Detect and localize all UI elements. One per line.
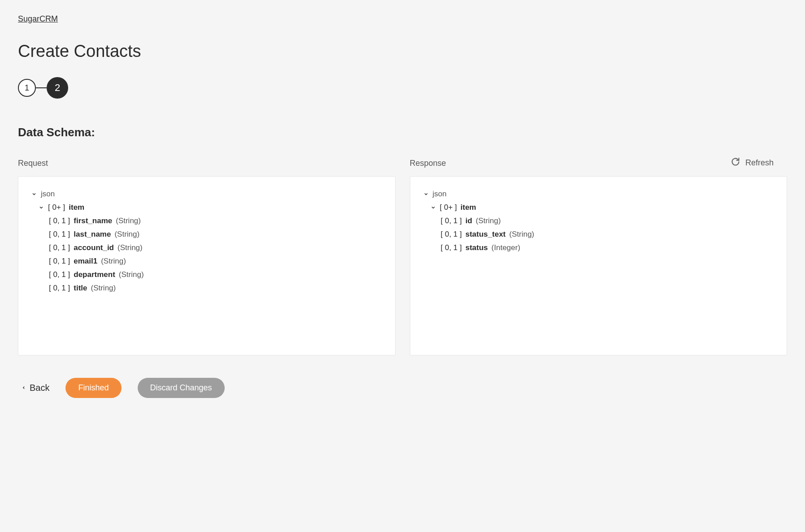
discard-button[interactable]: Discard Changes: [138, 378, 225, 398]
field-name: department: [74, 270, 115, 279]
field-cardinality: [ 0, 1 ]: [49, 243, 70, 252]
field-cardinality: [ 0, 1 ]: [49, 216, 70, 225]
step-1[interactable]: 1: [18, 79, 36, 97]
response-field-row[interactable]: [ 0, 1 ] id (String): [441, 214, 775, 228]
step-connector: [36, 87, 47, 88]
response-field-row[interactable]: [ 0, 1 ] status (Integer): [441, 241, 775, 255]
request-item-cardinality: [ 0+ ]: [48, 203, 65, 212]
field-cardinality: [ 0, 1 ]: [49, 230, 70, 239]
response-item-cardinality: [ 0+ ]: [440, 203, 457, 212]
field-name: id: [466, 216, 472, 225]
field-name: first_name: [74, 216, 112, 225]
chevron-down-icon[interactable]: [430, 205, 436, 210]
response-item-node[interactable]: [ 0+ ] item: [430, 201, 775, 214]
chevron-left-icon: [22, 383, 26, 393]
footer-actions: Back Finished Discard Changes: [18, 378, 787, 398]
request-root-label: json: [41, 190, 55, 199]
field-type: (String): [116, 216, 141, 225]
finished-button[interactable]: Finished: [65, 378, 121, 398]
chevron-down-icon[interactable]: [423, 191, 429, 197]
field-cardinality: [ 0, 1 ]: [441, 230, 462, 239]
request-field-row[interactable]: [ 0, 1 ] title (String): [49, 281, 383, 295]
field-type: (String): [117, 243, 143, 252]
field-name: status_text: [466, 230, 506, 239]
field-cardinality: [ 0, 1 ]: [49, 270, 70, 279]
field-type: (String): [101, 257, 126, 266]
response-root-node[interactable]: json: [423, 187, 775, 201]
request-label: Request: [18, 159, 396, 168]
request-root-node[interactable]: json: [31, 187, 383, 201]
request-field-row[interactable]: [ 0, 1 ] email1 (String): [49, 255, 383, 268]
response-root-label: json: [433, 190, 447, 199]
field-type: (String): [91, 284, 116, 293]
breadcrumb-link[interactable]: SugarCRM: [18, 14, 58, 24]
field-cardinality: [ 0, 1 ]: [441, 243, 462, 252]
field-name: title: [74, 284, 87, 293]
request-field-row[interactable]: [ 0, 1 ] last_name (String): [49, 228, 383, 241]
response-label: Response: [410, 159, 788, 168]
field-name: account_id: [74, 243, 114, 252]
step-2[interactable]: 2: [47, 77, 68, 99]
response-panel: json [ 0+ ] item [ 0, 1 ] id (String)[ 0…: [410, 176, 788, 355]
field-name: last_name: [74, 230, 111, 239]
request-item-name: item: [69, 203, 84, 212]
field-type: (String): [476, 216, 501, 225]
field-type: (String): [119, 270, 144, 279]
response-field-row[interactable]: [ 0, 1 ] status_text (String): [441, 228, 775, 241]
response-item-name: item: [461, 203, 476, 212]
chevron-down-icon[interactable]: [38, 205, 44, 210]
field-type: (String): [509, 230, 535, 239]
field-cardinality: [ 0, 1 ]: [49, 257, 70, 266]
request-column: Request json [ 0+ ] item [ 0, 1 ] first_…: [18, 172, 396, 355]
request-field-row[interactable]: [ 0, 1 ] first_name (String): [49, 214, 383, 228]
request-item-node[interactable]: [ 0+ ] item: [38, 201, 383, 214]
field-cardinality: [ 0, 1 ]: [49, 284, 70, 293]
request-panel: json [ 0+ ] item [ 0, 1 ] first_name (St…: [18, 176, 396, 355]
field-name: status: [466, 243, 488, 252]
chevron-down-icon[interactable]: [31, 191, 37, 197]
page-title: Create Contacts: [18, 42, 787, 61]
field-type: (Integer): [492, 243, 520, 252]
back-button[interactable]: Back: [22, 383, 49, 393]
stepper: 1 2: [18, 77, 787, 99]
response-column: Response json [ 0+ ] item [ 0, 1 ] id (S…: [410, 172, 788, 355]
request-field-row[interactable]: [ 0, 1 ] account_id (String): [49, 241, 383, 255]
field-type: (String): [114, 230, 139, 239]
request-field-row[interactable]: [ 0, 1 ] department (String): [49, 268, 383, 281]
field-name: email1: [74, 257, 97, 266]
field-cardinality: [ 0, 1 ]: [441, 216, 462, 225]
back-label: Back: [30, 383, 49, 393]
section-title: Data Schema:: [18, 125, 787, 139]
